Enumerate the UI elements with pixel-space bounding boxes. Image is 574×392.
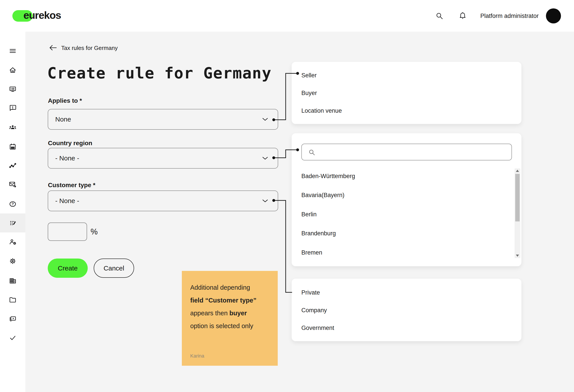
scrollbar[interactable] [514, 168, 520, 258]
applies-to-select[interactable]: None [48, 109, 278, 130]
search-icon [308, 148, 316, 157]
option-private[interactable]: Private [301, 284, 512, 301]
tasks-check-icon [8, 333, 17, 342]
rules-edit-icon [8, 219, 17, 227]
sidebar-item-people[interactable] [8, 123, 17, 132]
user-settings-icon [8, 238, 17, 247]
applies-to-label: Applies to * [48, 97, 82, 104]
option-seller[interactable]: Seller [301, 66, 512, 84]
sidebar-item-help[interactable]: ? [8, 200, 17, 208]
sidebar-item-mail[interactable] [8, 180, 17, 189]
sidebar-item-tasks[interactable] [8, 333, 17, 342]
avatar[interactable] [546, 8, 561, 23]
scrollbar-thumb[interactable] [515, 174, 520, 221]
media-library-icon [8, 314, 17, 323]
sidebar-item-user-settings[interactable] [8, 238, 17, 247]
top-header: eurekos Platform administrator [0, 0, 574, 32]
sidebar-item-calendar[interactable] [8, 142, 17, 151]
menu-icon [8, 46, 17, 56]
customer-type-value: - None - [55, 197, 79, 205]
region-list: Baden-Württemberg Bavaria(Bayern) Berlin… [301, 167, 506, 262]
settings-gear-icon [8, 257, 17, 266]
scroll-up-arrow-icon[interactable] [516, 170, 519, 172]
sidebar-item-organization[interactable] [8, 276, 17, 285]
option-government[interactable]: Government [301, 319, 512, 337]
applies-to-options-panel: Seller Buyer Location venue [292, 62, 521, 124]
option-baden-wurttemberg[interactable]: Baden-Württemberg [301, 167, 506, 186]
region-search-input[interactable] [319, 144, 506, 160]
applies-to-value: None [55, 116, 71, 123]
country-region-select[interactable]: - None - [48, 148, 278, 169]
organization-icon [8, 276, 17, 285]
people-icon [8, 123, 17, 132]
sticky-note-author: Karina [190, 353, 204, 359]
sticky-note-text: Additional depending field “Customer typ… [190, 281, 257, 332]
rate-field [48, 223, 87, 241]
sidebar: ? [0, 32, 25, 392]
customer-type-options-panel: Private Company Government [292, 279, 521, 341]
option-bremen[interactable]: Bremen [301, 243, 506, 262]
home-icon [8, 65, 17, 74]
sidebar-item-files[interactable] [8, 295, 17, 304]
option-berlin[interactable]: Berlin [301, 205, 506, 224]
analytics-icon [8, 161, 17, 170]
region-options-panel: Baden-Württemberg Bavaria(Bayern) Berlin… [292, 133, 521, 266]
app: eurekos Platform administrator [0, 0, 574, 392]
chevron-down-icon [262, 156, 268, 160]
message-alert-icon [8, 103, 17, 112]
calendar-icon [8, 142, 17, 151]
option-buyer[interactable]: Buyer [301, 84, 512, 102]
cancel-button[interactable]: Cancel [94, 259, 134, 278]
rate-input[interactable] [48, 223, 87, 241]
sidebar-item-rules[interactable] [8, 219, 17, 227]
percent-suffix: % [91, 227, 98, 236]
logo-text: eurekos [23, 9, 61, 21]
sidebar-item-menu[interactable] [8, 46, 17, 56]
help-icon: ? [8, 200, 17, 208]
sidebar-item-settings[interactable] [8, 257, 17, 266]
country-region-label: Country region [48, 140, 92, 147]
sidebar-item-media[interactable] [8, 314, 17, 323]
country-region-value: - None - [55, 154, 79, 162]
back-button[interactable] [49, 44, 57, 51]
customer-type-label: Customer type * [48, 182, 95, 189]
search-icon[interactable] [435, 11, 444, 21]
courses-board-icon [8, 85, 17, 94]
sidebar-item-courses[interactable] [8, 85, 17, 94]
breadcrumb[interactable]: Tax rules for Germany [61, 45, 118, 51]
option-brandenburg[interactable]: Brandenburg [301, 224, 506, 243]
user-role-label: Platform administrator [480, 13, 539, 20]
option-location-venue[interactable]: Location venue [301, 102, 512, 120]
svg-text:?: ? [12, 202, 14, 206]
sticky-note: Additional depending field “Customer typ… [182, 271, 278, 366]
mail-send-icon [8, 180, 17, 189]
scroll-down-arrow-icon[interactable] [516, 255, 519, 257]
sidebar-item-feedback[interactable] [8, 103, 17, 112]
customer-type-select[interactable]: - None - [48, 190, 278, 211]
sidebar-item-home[interactable] [8, 65, 17, 74]
sidebar-item-analytics[interactable] [8, 161, 17, 170]
chevron-down-icon [262, 117, 268, 121]
bell-icon[interactable] [458, 11, 468, 21]
option-bavaria[interactable]: Bavaria(Bayern) [301, 186, 506, 205]
page-title: Create rule for Germany [47, 65, 271, 82]
option-company[interactable]: Company [301, 301, 512, 319]
chevron-down-icon [262, 199, 268, 203]
folder-icon [8, 295, 17, 304]
create-button[interactable]: Create [48, 259, 88, 278]
region-search-box [301, 144, 512, 160]
